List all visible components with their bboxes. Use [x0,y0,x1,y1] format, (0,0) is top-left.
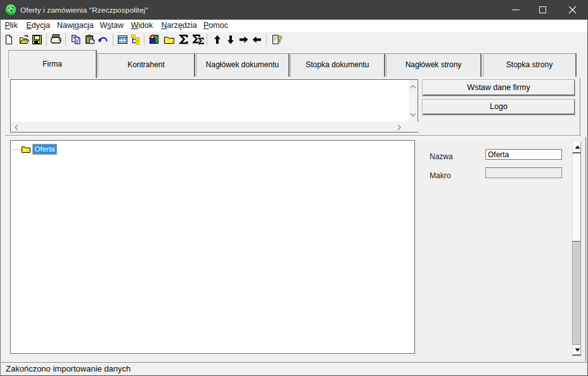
svg-text:?: ? [278,34,283,44]
